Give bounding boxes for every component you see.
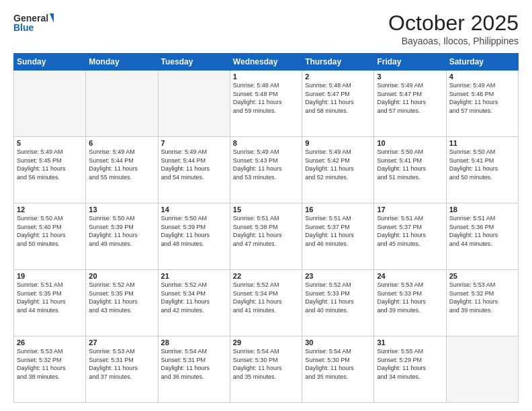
- day-number: 2: [305, 73, 371, 81]
- day-number: 1: [233, 73, 299, 81]
- day-number: 29: [233, 338, 299, 347]
- calendar-cell: 7Sunrise: 5:49 AMSunset: 5:44 PMDaylight…: [158, 137, 230, 203]
- calendar-body: 1Sunrise: 5:48 AMSunset: 5:48 PMDaylight…: [14, 71, 519, 403]
- day-info: Sunrise: 5:52 AMSunset: 5:34 PMDaylight:…: [161, 281, 227, 314]
- day-number: 12: [17, 205, 83, 214]
- calendar-cell: 24Sunrise: 5:53 AMSunset: 5:33 PMDayligh…: [374, 270, 446, 336]
- day-number: 14: [161, 205, 227, 214]
- day-number: 6: [89, 139, 154, 147]
- day-info: Sunrise: 5:51 AMSunset: 5:37 PMDaylight:…: [377, 214, 443, 248]
- calendar-cell: 18Sunrise: 5:51 AMSunset: 5:36 PMDayligh…: [446, 203, 518, 270]
- calendar-cell: 2Sunrise: 5:48 AMSunset: 5:47 PMDaylight…: [302, 71, 374, 137]
- day-number: 26: [17, 338, 83, 347]
- day-info: Sunrise: 5:53 AMSunset: 5:32 PMDaylight:…: [449, 281, 515, 314]
- day-number: 17: [377, 205, 443, 214]
- weekday-header-saturday: Saturday: [446, 54, 518, 71]
- calendar-cell: 6Sunrise: 5:49 AMSunset: 5:44 PMDaylight…: [86, 137, 158, 203]
- day-info: Sunrise: 5:52 AMSunset: 5:33 PMDaylight:…: [305, 281, 371, 314]
- day-info: Sunrise: 5:50 AMSunset: 5:39 PMDaylight:…: [89, 214, 154, 248]
- svg-text:Blue: Blue: [13, 22, 34, 33]
- day-info: Sunrise: 5:49 AMSunset: 5:45 PMDaylight:…: [17, 148, 83, 181]
- day-number: 25: [449, 272, 515, 280]
- day-number: 7: [161, 139, 227, 147]
- day-info: Sunrise: 5:52 AMSunset: 5:35 PMDaylight:…: [89, 281, 154, 314]
- calendar-cell: 21Sunrise: 5:52 AMSunset: 5:34 PMDayligh…: [158, 270, 230, 336]
- day-number: 23: [305, 272, 371, 280]
- calendar-cell: 4Sunrise: 5:49 AMSunset: 5:46 PMDaylight…: [446, 71, 518, 137]
- calendar-cell: 8Sunrise: 5:49 AMSunset: 5:43 PMDaylight…: [230, 137, 302, 203]
- calendar-cell: 31Sunrise: 5:55 AMSunset: 5:29 PMDayligh…: [374, 336, 446, 403]
- day-info: Sunrise: 5:50 AMSunset: 5:41 PMDaylight:…: [449, 148, 515, 181]
- calendar-cell: 13Sunrise: 5:50 AMSunset: 5:39 PMDayligh…: [86, 203, 158, 270]
- day-info: Sunrise: 5:51 AMSunset: 5:38 PMDaylight:…: [233, 214, 299, 248]
- weekday-header-tuesday: Tuesday: [158, 54, 230, 71]
- day-number: 19: [17, 272, 83, 280]
- day-number: 5: [17, 139, 83, 147]
- day-number: 27: [89, 338, 154, 347]
- calendar-cell: 27Sunrise: 5:53 AMSunset: 5:31 PMDayligh…: [86, 336, 158, 403]
- day-number: 13: [89, 205, 154, 214]
- day-info: Sunrise: 5:48 AMSunset: 5:47 PMDaylight:…: [305, 81, 371, 115]
- day-info: Sunrise: 5:51 AMSunset: 5:36 PMDaylight:…: [449, 214, 515, 248]
- weekday-header-thursday: Thursday: [302, 54, 374, 71]
- calendar-cell: 17Sunrise: 5:51 AMSunset: 5:37 PMDayligh…: [374, 203, 446, 270]
- calendar-cell: 23Sunrise: 5:52 AMSunset: 5:33 PMDayligh…: [302, 270, 374, 336]
- week-row-2: 12Sunrise: 5:50 AMSunset: 5:40 PMDayligh…: [14, 203, 519, 270]
- calendar-cell: [14, 71, 86, 137]
- calendar-cell: [446, 336, 518, 403]
- calendar-cell: [158, 71, 230, 137]
- month-title: October 2025: [388, 11, 519, 36]
- calendar-cell: 1Sunrise: 5:48 AMSunset: 5:48 PMDaylight…: [230, 71, 302, 137]
- week-row-4: 26Sunrise: 5:53 AMSunset: 5:32 PMDayligh…: [14, 336, 519, 403]
- day-number: 11: [449, 139, 515, 147]
- calendar-cell: 26Sunrise: 5:53 AMSunset: 5:32 PMDayligh…: [14, 336, 86, 403]
- day-info: Sunrise: 5:49 AMSunset: 5:44 PMDaylight:…: [161, 148, 227, 181]
- calendar-cell: 15Sunrise: 5:51 AMSunset: 5:38 PMDayligh…: [230, 203, 302, 270]
- calendar-cell: 5Sunrise: 5:49 AMSunset: 5:45 PMDaylight…: [14, 137, 86, 203]
- title-block: October 2025 Bayaoas, Ilocos, Philippine…: [388, 11, 519, 46]
- day-info: Sunrise: 5:49 AMSunset: 5:43 PMDaylight:…: [233, 148, 299, 181]
- day-number: 9: [305, 139, 371, 147]
- calendar-cell: 9Sunrise: 5:49 AMSunset: 5:42 PMDaylight…: [302, 137, 374, 203]
- weekday-header-friday: Friday: [374, 54, 446, 71]
- day-number: 21: [161, 272, 227, 280]
- calendar-cell: 14Sunrise: 5:50 AMSunset: 5:39 PMDayligh…: [158, 203, 230, 270]
- calendar-cell: 29Sunrise: 5:54 AMSunset: 5:30 PMDayligh…: [230, 336, 302, 403]
- day-number: 18: [449, 205, 515, 214]
- day-number: 4: [449, 73, 515, 81]
- day-info: Sunrise: 5:52 AMSunset: 5:34 PMDaylight:…: [233, 281, 299, 314]
- location: Bayaoas, Ilocos, Philippines: [388, 36, 519, 46]
- calendar-cell: 11Sunrise: 5:50 AMSunset: 5:41 PMDayligh…: [446, 137, 518, 203]
- day-info: Sunrise: 5:49 AMSunset: 5:44 PMDaylight:…: [89, 148, 154, 181]
- day-info: Sunrise: 5:49 AMSunset: 5:42 PMDaylight:…: [305, 148, 371, 181]
- day-number: 3: [377, 73, 443, 81]
- calendar-cell: 28Sunrise: 5:54 AMSunset: 5:31 PMDayligh…: [158, 336, 230, 403]
- calendar-cell: [86, 71, 158, 137]
- calendar-cell: 22Sunrise: 5:52 AMSunset: 5:34 PMDayligh…: [230, 270, 302, 336]
- day-info: Sunrise: 5:54 AMSunset: 5:30 PMDaylight:…: [233, 347, 299, 381]
- header: General Blue October 2025 Bayaoas, Iloco…: [13, 11, 519, 46]
- day-info: Sunrise: 5:50 AMSunset: 5:41 PMDaylight:…: [377, 148, 443, 181]
- day-number: 31: [377, 338, 443, 347]
- week-row-3: 19Sunrise: 5:51 AMSunset: 5:35 PMDayligh…: [14, 270, 519, 336]
- day-info: Sunrise: 5:49 AMSunset: 5:46 PMDaylight:…: [449, 81, 515, 115]
- day-info: Sunrise: 5:54 AMSunset: 5:31 PMDaylight:…: [161, 347, 227, 381]
- day-info: Sunrise: 5:48 AMSunset: 5:48 PMDaylight:…: [233, 81, 299, 115]
- day-number: 30: [305, 338, 371, 347]
- calendar-cell: 3Sunrise: 5:49 AMSunset: 5:47 PMDaylight…: [374, 71, 446, 137]
- logo: General Blue: [13, 11, 54, 35]
- calendar-cell: 12Sunrise: 5:50 AMSunset: 5:40 PMDayligh…: [14, 203, 86, 270]
- weekday-header: SundayMondayTuesdayWednesdayThursdayFrid…: [14, 54, 519, 71]
- weekday-header-sunday: Sunday: [14, 54, 86, 71]
- day-number: 22: [233, 272, 299, 280]
- day-number: 20: [89, 272, 154, 280]
- day-number: 16: [305, 205, 371, 214]
- day-info: Sunrise: 5:50 AMSunset: 5:40 PMDaylight:…: [17, 214, 83, 248]
- day-info: Sunrise: 5:50 AMSunset: 5:39 PMDaylight:…: [161, 214, 227, 248]
- week-row-1: 5Sunrise: 5:49 AMSunset: 5:45 PMDaylight…: [14, 137, 519, 203]
- day-number: 15: [233, 205, 299, 214]
- calendar-cell: 30Sunrise: 5:54 AMSunset: 5:30 PMDayligh…: [302, 336, 374, 403]
- calendar-cell: 20Sunrise: 5:52 AMSunset: 5:35 PMDayligh…: [86, 270, 158, 336]
- calendar: SundayMondayTuesdayWednesdayThursdayFrid…: [13, 53, 519, 403]
- calendar-cell: 10Sunrise: 5:50 AMSunset: 5:41 PMDayligh…: [374, 137, 446, 203]
